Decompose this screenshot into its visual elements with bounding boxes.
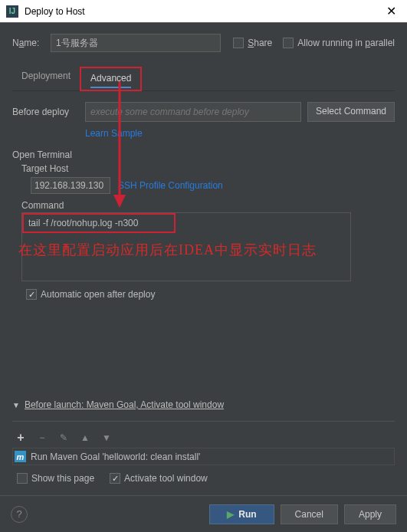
target-host-label: Target Host xyxy=(21,163,395,174)
separator xyxy=(12,421,395,422)
before-launch-label: Before launch: Maven Goal, Activate tool… xyxy=(25,399,224,410)
activate-tool-window-checkbox[interactable]: Activate tool window xyxy=(110,473,208,484)
share-label: Share xyxy=(248,38,272,48)
play-icon: ▶ xyxy=(227,509,234,520)
before-launch-toolbar: + − ✎ ▲ ▼ xyxy=(12,428,395,448)
command-textarea[interactable]: tail -f /root/nohup.log -n300 xyxy=(21,212,351,281)
name-row: Name: Share Allow running in parallel xyxy=(12,34,395,52)
checkbox-icon xyxy=(233,38,244,48)
help-icon[interactable]: ? xyxy=(11,506,28,523)
command-value: tail -f /root/nohup.log -n300 xyxy=(22,213,176,233)
before-deploy-label: Before deploy xyxy=(12,107,85,117)
show-this-page-label: Show this page xyxy=(31,473,94,484)
command-label: Command xyxy=(21,200,395,211)
dialog-footer: ? ▶ Run Cancel Apply xyxy=(0,495,407,532)
maven-goal-row[interactable]: m Run Maven Goal 'helloworld: clean inst… xyxy=(12,448,395,465)
close-icon[interactable]: ✕ xyxy=(382,2,401,20)
maven-icon: m xyxy=(15,451,26,462)
share-checkbox[interactable]: Share xyxy=(233,38,272,48)
app-icon: IJ xyxy=(6,5,18,18)
before-deploy-input[interactable] xyxy=(85,102,301,122)
activate-tool-window-label: Activate tool window xyxy=(124,473,208,484)
apply-button[interactable]: Apply xyxy=(344,504,396,524)
auto-open-checkbox[interactable]: Automatic open after deploy xyxy=(26,289,395,300)
cancel-button[interactable]: Cancel xyxy=(281,504,338,524)
select-command-button[interactable]: Select Command xyxy=(307,102,395,122)
window-title: Deploy to Host xyxy=(25,6,382,17)
learn-sample-link[interactable]: Learn Sample xyxy=(85,128,143,139)
tab-deployment[interactable]: Deployment xyxy=(12,66,80,90)
name-input[interactable] xyxy=(51,34,221,52)
titlebar: IJ Deploy to Host ✕ xyxy=(0,0,407,23)
parallel-checkbox[interactable]: Allow running in parallel xyxy=(283,38,395,48)
collapse-icon: ▼ xyxy=(12,401,20,409)
checkbox-icon xyxy=(110,473,120,484)
edit-icon[interactable]: ✎ xyxy=(57,432,71,443)
move-up-icon[interactable]: ▲ xyxy=(78,432,92,443)
name-label: Name: xyxy=(12,38,51,48)
maven-goal-label: Run Maven Goal 'helloworld: clean instal… xyxy=(31,452,200,462)
before-launch-header[interactable]: ▼ Before launch: Maven Goal, Activate to… xyxy=(12,399,395,410)
move-down-icon[interactable]: ▼ xyxy=(100,432,113,443)
add-icon[interactable]: + xyxy=(14,431,28,445)
ssh-profile-link[interactable]: SSH Profile Configuration xyxy=(118,180,223,191)
checkbox-icon xyxy=(17,473,28,484)
parallel-label: Allow running in parallel xyxy=(297,38,395,48)
remove-icon[interactable]: − xyxy=(35,432,49,443)
checkbox-icon xyxy=(283,38,294,48)
auto-open-label: Automatic open after deploy xyxy=(41,289,155,300)
checkbox-icon xyxy=(26,289,37,300)
tab-bar: Deployment Advanced xyxy=(12,66,395,91)
target-host-input[interactable]: 192.168.139.130 xyxy=(31,177,110,194)
before-deploy-row: Before deploy Select Command xyxy=(12,102,395,122)
open-terminal-label: Open Terminal xyxy=(12,149,395,160)
show-this-page-checkbox[interactable]: Show this page xyxy=(17,473,94,484)
run-label: Run xyxy=(238,509,256,520)
tab-advanced[interactable]: Advanced xyxy=(80,67,142,91)
run-button[interactable]: ▶ Run xyxy=(209,504,274,524)
